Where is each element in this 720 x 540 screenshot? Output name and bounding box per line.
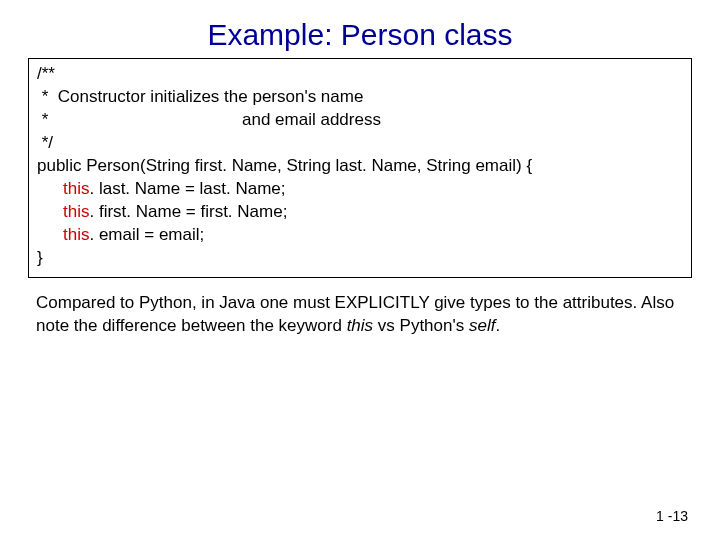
code-text: . email = email; — [89, 225, 204, 244]
code-line: this. last. Name = last. Name; — [37, 178, 683, 201]
explanation-paragraph: Compared to Python, in Java one must EXP… — [28, 292, 692, 336]
code-line: * and email address — [37, 109, 683, 132]
code-line: */ — [37, 132, 683, 155]
keyword-this: this — [63, 179, 89, 198]
code-line: public Person(String first. Name, String… — [37, 155, 683, 178]
keyword-this: this — [63, 225, 89, 244]
paragraph-text: vs Python's — [373, 316, 469, 335]
page-number: 1 -13 — [656, 508, 688, 524]
code-text: Person(String first. Name, String last. … — [81, 156, 532, 175]
code-line: } — [37, 247, 683, 270]
code-line: this. email = email; — [37, 224, 683, 247]
code-block: /** * Constructor initializes the person… — [28, 58, 692, 278]
keyword-this: this — [63, 202, 89, 221]
keyword-self-italic: self — [469, 316, 495, 335]
keyword-public: public — [37, 156, 81, 175]
code-text: . last. Name = last. Name; — [89, 179, 285, 198]
paragraph-text: . — [495, 316, 500, 335]
keyword-this-italic: this — [347, 316, 373, 335]
slide-title: Example: Person class — [28, 18, 692, 52]
code-line: /** — [37, 63, 683, 86]
code-line: * Constructor initializes the person's n… — [37, 86, 683, 109]
code-line: this. first. Name = first. Name; — [37, 201, 683, 224]
code-text: . first. Name = first. Name; — [89, 202, 287, 221]
